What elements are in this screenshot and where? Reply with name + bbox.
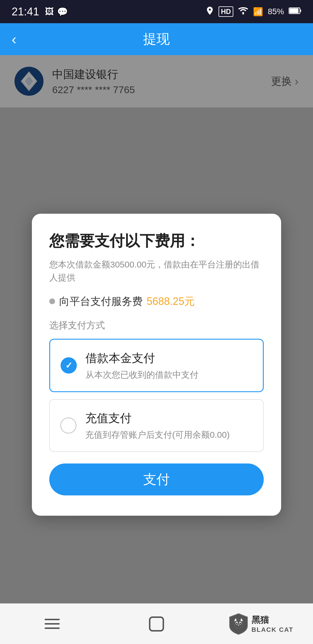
payment-method-label: 选择支付方式 (49, 319, 264, 332)
blackcat-english: BLACK CAT (252, 626, 294, 634)
fee-amount: 5688.25元 (147, 294, 195, 308)
nav-home[interactable] (104, 604, 209, 644)
photo-icon: 🖼 (45, 7, 54, 17)
nav-blackcat[interactable]: 黑猫 BLACK CAT (209, 604, 313, 644)
payment-option-recharge[interactable]: 充值支付 充值到存管账户后支付(可用余额0.00) (49, 399, 264, 452)
payment-dialog: 您需要支付以下费用： 您本次借款金额30500.00元，借款由在平台注册的出借人… (32, 214, 281, 516)
nav-header: ‹ 提现 (0, 23, 313, 55)
option2-info: 充值支付 充值到存管账户后支付(可用余额0.00) (85, 410, 230, 441)
check-icon: ✓ (65, 360, 72, 370)
menu-line-1 (45, 619, 60, 620)
svg-rect-3 (290, 8, 299, 13)
battery-icon (289, 7, 301, 16)
svg-point-0 (242, 13, 244, 15)
hd-badge: HD (219, 6, 233, 17)
option2-desc: 充值到存管账户后支付(可用余额0.00) (85, 429, 230, 441)
back-button[interactable]: ‹ (12, 31, 17, 48)
option2-title: 充值支付 (85, 410, 230, 426)
bottom-nav: 黑猫 BLACK CAT (0, 603, 313, 644)
menu-line-2 (45, 623, 60, 625)
fee-row: 向平台支付服务费 5688.25元 (49, 294, 264, 308)
wifi-icon (238, 7, 248, 17)
option1-title: 借款本金支付 (85, 350, 199, 366)
signal-icon: 📶 (253, 7, 263, 17)
fee-label: 向平台支付服务费 (59, 294, 143, 308)
radio-option2[interactable] (60, 417, 77, 433)
option1-desc: 从本次您已收到的借款中支付 (85, 369, 199, 381)
dialog-description: 您本次借款金额30500.00元，借款由在平台注册的出借人提供 (49, 258, 264, 284)
status-time: 21:41 (12, 6, 39, 18)
home-icon (149, 616, 164, 632)
status-icons: 🖼 💬 (45, 7, 68, 17)
menu-icon (45, 619, 60, 629)
menu-line-3 (45, 627, 60, 629)
status-right: HD 📶 85% (206, 6, 301, 17)
bg-content: 中国建设银行 6227 **** **** 7765 更换 › 您需要支付以下费… (0, 55, 313, 644)
page-title: 提现 (143, 30, 170, 48)
pay-button[interactable]: 支付 (49, 463, 264, 495)
option1-info: 借款本金支付 从本次您已收到的借款中支付 (85, 350, 199, 381)
message-icon: 💬 (57, 7, 68, 17)
payment-option-principal[interactable]: ✓ 借款本金支付 从本次您已收到的借款中支付 (49, 339, 264, 392)
blackcat-logo: 黑猫 BLACK CAT (228, 612, 294, 636)
heimao-chinese: 黑猫 (252, 614, 269, 626)
location-icon (206, 6, 214, 17)
shield-cat-icon (228, 612, 249, 636)
nav-menu[interactable] (0, 604, 104, 644)
svg-point-11 (236, 623, 237, 624)
svg-point-8 (234, 620, 243, 628)
dialog-title: 您需要支付以下费用： (49, 231, 264, 251)
svg-point-13 (238, 625, 239, 625)
svg-point-12 (239, 623, 241, 624)
status-bar: 21:41 🖼 💬 HD 📶 85% (0, 0, 313, 23)
fee-dot (49, 299, 55, 304)
radio-option1[interactable]: ✓ (61, 357, 77, 373)
battery-level: 85% (268, 7, 284, 16)
status-left: 21:41 🖼 💬 (12, 6, 68, 18)
svg-rect-2 (300, 10, 301, 12)
blackcat-text: 黑猫 BLACK CAT (252, 614, 294, 634)
